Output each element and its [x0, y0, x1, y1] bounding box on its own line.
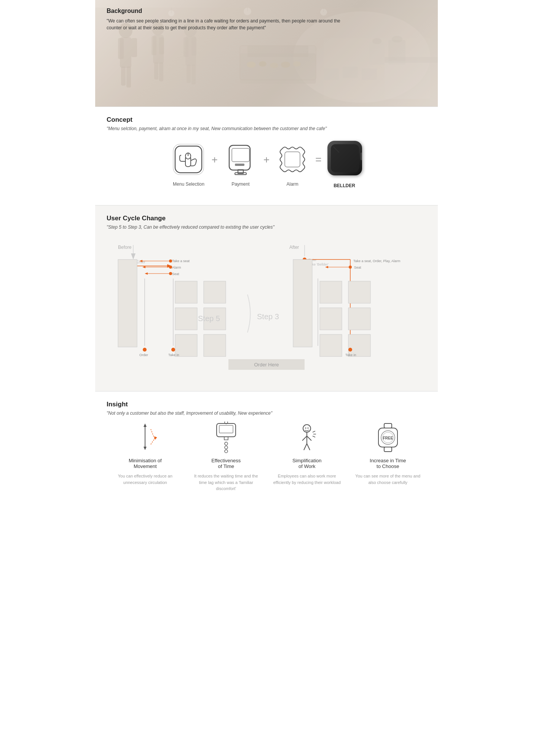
- payment-icon-box: [222, 140, 260, 178]
- menu-selection-label: Menu Selection: [173, 181, 204, 187]
- svg-text:FREE: FREE: [383, 436, 393, 440]
- insight-increase-time: FREE Increase in Time to Choose You can …: [354, 423, 422, 492]
- svg-point-106: [348, 348, 352, 352]
- alarm-icon: [275, 142, 310, 177]
- svg-rect-39: [324, 68, 339, 80]
- svg-text:Order: Order: [139, 353, 148, 357]
- svg-rect-14: [159, 37, 164, 54]
- svg-text:Enter: Enter: [136, 260, 146, 264]
- user-cycle-section: User Cycle Change "Step 5 to Step 3, Can…: [95, 205, 438, 391]
- hero-title: Background: [107, 8, 354, 14]
- effectiveness-desc: It reduces the waiting time and the time…: [192, 473, 260, 492]
- svg-rect-132: [384, 447, 392, 452]
- insight-title: Insight: [107, 401, 426, 408]
- svg-line-113: [151, 429, 155, 439]
- svg-rect-45: [173, 144, 204, 175]
- bellder-label: BELLDER: [334, 183, 355, 188]
- alarm-label: Alarm: [287, 181, 298, 187]
- svg-rect-21: [187, 65, 191, 83]
- minimisation-icon: [130, 422, 160, 456]
- svg-rect-42: [385, 61, 430, 99]
- svg-rect-73: [175, 281, 197, 303]
- svg-rect-54: [285, 152, 300, 167]
- increase-time-icon: FREE: [373, 422, 403, 456]
- svg-rect-13: [152, 36, 156, 55]
- svg-point-95: [349, 266, 352, 269]
- svg-rect-7: [118, 38, 124, 59]
- svg-text:Take a seat: Take a seat: [172, 259, 190, 263]
- svg-rect-40: [343, 67, 358, 78]
- hero-section: Background "We can often see people stan…: [95, 0, 438, 107]
- svg-point-30: [270, 63, 278, 68]
- user-cycle-title: User Cycle Change: [107, 215, 426, 222]
- svg-point-29: [259, 61, 266, 67]
- svg-text:Order Here: Order Here: [254, 362, 279, 368]
- svg-text:Take a seat, Order, Play, Alar: Take a seat, Order, Play, Alarm: [353, 259, 400, 263]
- insight-icons-row: Minimisation of Movement You can effecti…: [107, 423, 426, 492]
- simplification-title: Simplification of Work: [292, 458, 322, 469]
- insight-section: Insight "Not only a customer but also th…: [95, 392, 438, 501]
- svg-rect-52: [232, 148, 249, 162]
- svg-point-126: [308, 428, 309, 429]
- concept-subtitle: "Menu selction, payment, alram at once i…: [107, 126, 426, 131]
- user-cycle-diagram: Before Enter Take a seat Alarm Seat: [107, 237, 426, 382]
- user-cycle-subtitle: "Step 5 to Step 3, Can be effectively re…: [107, 224, 426, 230]
- insight-minimisation: Minimisation of Movement You can effecti…: [111, 423, 179, 492]
- svg-point-125: [305, 428, 306, 429]
- effectiveness-icon: [211, 422, 241, 456]
- svg-rect-8: [131, 38, 137, 57]
- svg-line-129: [313, 436, 315, 437]
- effectiveness-title: Effectiveness of Time: [211, 458, 241, 469]
- payment-icon: [223, 142, 258, 177]
- svg-rect-19: [184, 37, 188, 57]
- svg-point-83: [171, 348, 175, 352]
- concept-section: Concept "Menu selction, payment, alram a…: [95, 107, 438, 205]
- svg-rect-74: [175, 308, 197, 330]
- svg-point-28: [247, 62, 256, 68]
- concept-menu-selection: Menu Selection: [169, 140, 207, 187]
- before-label: Before: [118, 245, 132, 250]
- svg-rect-22: [191, 65, 196, 84]
- bellder-device: [327, 141, 362, 175]
- hero-description: "We can often see people standing in a l…: [107, 18, 354, 31]
- svg-line-115: [151, 439, 155, 444]
- svg-text:Seat: Seat: [172, 272, 179, 276]
- simplification-icon-box: [292, 423, 322, 454]
- effectiveness-icon-box: [211, 423, 241, 454]
- insight-subtitle: "Not only a customer but also the staff,…: [107, 411, 426, 416]
- svg-point-31: [281, 62, 290, 68]
- bellder-icon-box: [326, 139, 364, 177]
- svg-rect-15: [154, 62, 158, 80]
- svg-rect-102: [348, 281, 370, 303]
- bellder-device-svg: [328, 141, 362, 175]
- payment-label: Payment: [231, 181, 249, 187]
- svg-rect-43: [385, 57, 438, 63]
- svg-rect-44: [175, 146, 202, 173]
- concept-payment: Payment: [222, 140, 260, 187]
- svg-rect-100: [320, 308, 342, 330]
- svg-point-32: [293, 61, 301, 67]
- svg-rect-103: [348, 308, 370, 330]
- plus-2: +: [263, 154, 270, 166]
- minimisation-title: Minimisation of Movement: [129, 458, 162, 469]
- svg-text:Step 3: Step 3: [257, 312, 279, 321]
- svg-rect-118: [224, 437, 228, 440]
- increase-time-title: Increase in Time to Choose: [370, 458, 406, 469]
- hero-text-box: Background "We can often see people stan…: [107, 8, 354, 31]
- simplification-desc: Employees can also work more efficiently…: [273, 473, 341, 485]
- insight-effectiveness: Effectiveness of Time It reduces the wai…: [192, 423, 260, 492]
- svg-rect-41: [362, 68, 377, 80]
- svg-rect-10: [126, 67, 131, 88]
- svg-text:Take in: Take in: [345, 353, 356, 357]
- svg-text:Alarm: Alarm: [172, 266, 181, 269]
- svg-rect-78: [204, 334, 226, 357]
- svg-point-81: [143, 348, 147, 352]
- svg-rect-101: [320, 334, 342, 357]
- svg-rect-58: [361, 153, 362, 160]
- svg-marker-111: [144, 423, 147, 427]
- concept-icons-row: Menu Selection + Payment +: [107, 139, 426, 188]
- insight-simplification: Simplification of Work Employees can als…: [273, 423, 341, 492]
- concept-alarm: Alarm: [273, 140, 311, 187]
- svg-point-25: [372, 38, 381, 44]
- svg-rect-23: [369, 42, 385, 65]
